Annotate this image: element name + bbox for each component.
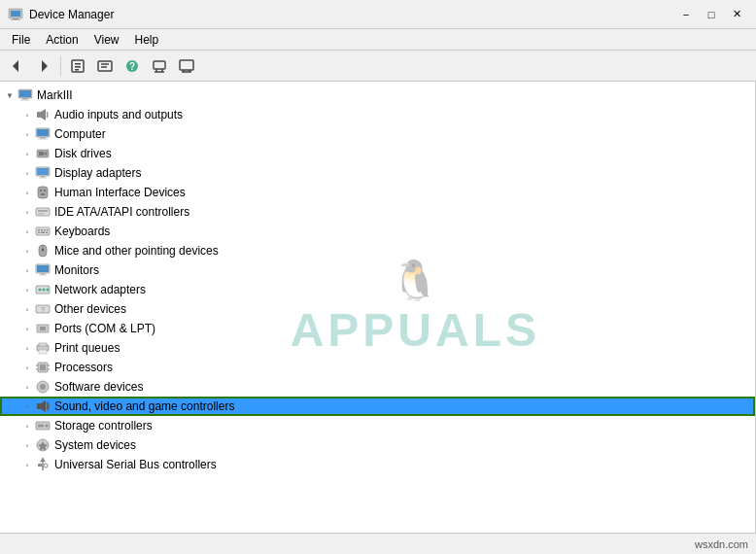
computer-expand-icon[interactable]: › [19,126,35,142]
keyboards-expand-icon[interactable]: › [19,224,35,239]
svg-rect-71 [39,343,47,346]
menu-file[interactable]: File [4,31,38,49]
svg-rect-48 [38,229,40,231]
toolbar-help[interactable]: ? [120,53,145,79]
disk-label: Disk drives [54,147,112,160]
mice-expand-icon[interactable]: › [19,243,35,259]
svg-rect-47 [36,227,50,235]
scan-icon [152,58,167,74]
sound-expand-icon[interactable]: › [19,398,35,414]
svg-text:?: ? [129,61,135,72]
software-icon [35,379,51,395]
tree-item-software[interactable]: › Software devices [0,377,755,397]
tree-item-usb[interactable]: › Universal Serial Bus controllers [0,455,755,474]
tree-item-network[interactable]: › Network adapters [0,280,755,299]
svg-rect-54 [46,232,48,234]
processors-expand-icon[interactable]: › [19,360,35,375]
tree-root[interactable]: ▼ MarkIII [0,86,755,105]
usb-expand-icon[interactable]: › [19,457,35,472]
ports-expand-icon[interactable]: › [19,321,35,336]
tree-item-ports[interactable]: › Ports (COM & LPT) [0,319,755,338]
print-expand-icon[interactable]: › [19,340,35,356]
svg-rect-30 [37,129,49,136]
forward-icon [36,58,52,74]
svg-rect-43 [41,193,45,195]
svg-rect-1 [11,11,20,17]
svg-point-65 [47,289,50,292]
menu-action[interactable]: Action [38,31,86,49]
software-expand-icon[interactable]: › [19,379,35,395]
system-label: System devices [54,438,136,452]
system-expand-icon[interactable]: › [19,437,35,453]
audio-expand-icon[interactable]: › [19,107,35,122]
disk-expand-icon[interactable]: › [19,146,35,161]
svg-rect-24 [19,90,31,97]
svg-rect-31 [40,137,46,139]
other-expand-icon[interactable]: › [19,301,35,317]
tree-item-storage[interactable]: › Storage controllers [0,416,755,435]
storage-icon [35,418,51,433]
ide-expand-icon[interactable]: › [19,204,35,220]
network-label: Network adapters [54,283,146,296]
monitor-icon [179,58,194,74]
svg-rect-61 [39,275,47,276]
svg-marker-82 [41,400,46,412]
disk-icon [35,146,51,161]
tree-panel[interactable]: 🐧 APPUALS ▼ MarkIII › Audio inputs and [0,82,756,533]
sound-icon [35,398,51,414]
toolbar-monitor[interactable] [174,53,199,79]
svg-rect-51 [47,229,49,231]
hid-expand-icon[interactable]: › [19,185,35,200]
display-expand-icon[interactable]: › [19,165,35,181]
tree-item-mice[interactable]: › Mice and other pointing devices [0,241,755,260]
toolbar-properties[interactable] [65,53,90,79]
svg-rect-81 [37,403,41,409]
svg-rect-49 [41,229,43,231]
tree-item-sound[interactable]: › Sound, video and game controllers [0,397,755,416]
tree-item-system[interactable]: › System devices [0,435,755,455]
svg-rect-60 [41,273,45,275]
title-bar-left: Device Manager [8,7,114,22]
keyboards-icon [35,224,51,239]
monitors-expand-icon[interactable]: › [19,262,35,278]
minimize-button[interactable]: − [674,3,698,26]
tree-item-hid[interactable]: › Human Interface Devices [0,183,755,202]
svg-rect-25 [22,98,28,100]
toolbar-update[interactable] [92,53,118,79]
svg-rect-34 [39,152,44,156]
toolbar-forward[interactable] [31,53,56,79]
tree-item-other[interactable]: › ? Other devices [0,299,755,319]
maximize-button[interactable]: □ [700,3,723,26]
tree-item-disk[interactable]: › Disk drives [0,144,755,163]
system-icon [35,437,51,453]
tree-item-display[interactable]: › Display adapters [0,163,755,183]
tree-item-keyboards[interactable]: › Keyboards [0,222,755,241]
svg-rect-38 [41,176,45,178]
usb-label: Universal Serial Bus controllers [54,458,217,471]
network-expand-icon[interactable]: › [19,282,35,297]
title-bar-controls[interactable]: − □ ✕ [674,3,748,26]
svg-rect-74 [40,364,46,370]
menu-help[interactable]: Help [127,31,167,49]
tree-item-ide[interactable]: › IDE ATA/ATAPI controllers [0,202,755,222]
svg-rect-10 [98,61,112,71]
tree-item-audio[interactable]: › Audio inputs and outputs [0,105,755,124]
monitors-icon [35,262,51,278]
tree-item-print[interactable]: › Print queues [0,338,755,358]
svg-rect-45 [38,210,48,212]
root-expand-icon[interactable]: ▼ [2,87,17,103]
svg-rect-7 [75,63,81,65]
menu-view[interactable]: View [86,31,127,49]
storage-expand-icon[interactable]: › [19,418,35,433]
toolbar-back[interactable] [4,53,29,79]
tree-item-monitors[interactable]: › Monitors [0,260,755,280]
close-button[interactable]: ✕ [725,3,748,26]
tree-item-computer[interactable]: › Computer [0,124,755,144]
toolbar-scan[interactable] [147,53,172,79]
svg-rect-39 [39,178,47,179]
help-icon: ? [124,58,140,74]
tree-item-processors[interactable]: › Processors [0,358,755,377]
svg-point-63 [39,289,42,292]
svg-point-42 [44,190,46,191]
status-bar: wsxdn.com [0,533,756,554]
